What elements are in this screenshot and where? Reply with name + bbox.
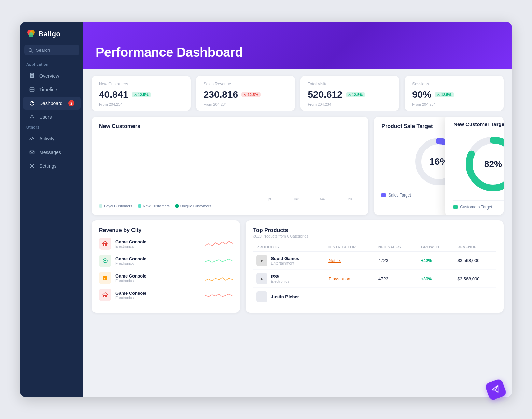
stat-sub-1: From 204.234	[204, 102, 288, 106]
stat-sub-2: From 204.234	[308, 102, 392, 106]
pie-icon	[29, 100, 35, 106]
product-sub-0: Entertainment	[271, 261, 299, 265]
svg-rect-7	[30, 76, 32, 78]
sidebar-item-overview[interactable]: Overview	[23, 69, 81, 82]
stat-card-total-visitor: Total Visitor 520.612 12.5% From 204.234	[300, 76, 400, 111]
products-title: Top Products	[253, 227, 496, 233]
fab-button[interactable]	[485, 378, 507, 397]
svg-point-2	[29, 32, 33, 37]
revenue-item-sub-2: Electronics	[115, 279, 201, 283]
revenue-1: $3,568,000	[454, 270, 496, 288]
page-title: Performance Dashboard	[96, 45, 500, 60]
activity-icon	[29, 136, 35, 142]
revenue-item-name-0: Game Console	[115, 239, 201, 244]
sidebar-item-messages-label: Messages	[39, 150, 61, 155]
popup-legend-dot	[453, 205, 458, 209]
sidebar-item-overview-label: Overview	[39, 73, 59, 79]
svg-line-4	[32, 51, 33, 52]
col-products: PRODUCTS	[253, 243, 325, 252]
sidebar-item-activity[interactable]: Activity	[23, 132, 81, 145]
stat-label-1: Sales Revenue	[204, 82, 288, 86]
distributor-1[interactable]: Playstation	[328, 276, 350, 281]
user-icon	[29, 114, 35, 120]
popup-donut-value: 82%	[484, 159, 502, 170]
bottom-row: Revenue by City Game Console Electronics	[83, 215, 512, 320]
sidebar-item-timeline[interactable]: Timeline	[23, 83, 81, 96]
svg-point-16	[31, 165, 33, 167]
stat-value-3: 90%	[412, 89, 431, 100]
sidebar-item-settings[interactable]: Settings	[23, 160, 81, 173]
sidebar-item-users-label: Users	[39, 114, 52, 120]
revenue-icon-2: $	[99, 272, 111, 284]
logo: Baligo	[20, 22, 83, 45]
sparkline-2	[205, 273, 233, 283]
stat-value-1: 230.816	[204, 89, 238, 100]
table-row-0: ▶ Squid Games Entertainment Netflix 4723	[253, 252, 496, 270]
col-growth: GROWTH	[418, 243, 454, 252]
month-label-pt: pt	[258, 197, 282, 201]
sidebar-item-settings-label: Settings	[39, 163, 57, 169]
product-legend-dot	[381, 193, 386, 197]
settings-icon	[29, 163, 35, 169]
product-thumb-1: ▶	[256, 273, 267, 284]
svg-rect-5	[30, 73, 32, 76]
revenue-icon-1	[99, 255, 111, 267]
stat-card-sessions: Sessions 90% 12.5% From 204.234	[405, 76, 504, 111]
revenue-item-name-1: Game Console	[115, 256, 201, 261]
popup-legend: Customers Target 82%	[453, 200, 504, 210]
sidebar-item-dashboard[interactable]: Dashboard 2	[23, 97, 81, 110]
revenue-item-sub-1: Electronics	[115, 261, 201, 266]
distributor-0[interactable]: Netflix	[328, 258, 341, 263]
revenue-icon-3	[99, 289, 111, 301]
product-name-0: Squid Games	[271, 256, 299, 261]
svg-rect-6	[32, 73, 34, 76]
stat-badge-3: 12.5%	[435, 92, 454, 97]
search-icon	[28, 48, 33, 53]
month-label-oct: Oct	[284, 197, 308, 201]
stat-value-2: 520.612	[308, 89, 342, 100]
product-name-2: Justin Bieber	[271, 294, 299, 299]
revenue-item-2: $ Game Console Electronics	[99, 272, 233, 284]
new-customer-target-popup: New Customer Target 82% Customers T	[445, 117, 504, 215]
bar-legend: Loyal Customers New Customers Unique Cus…	[99, 204, 361, 208]
revenue-title: Revenue by City	[99, 227, 233, 233]
products-subtitle: 3029 Products from 6 Categories	[253, 234, 496, 238]
month-label-nov: Nov	[311, 197, 335, 201]
main-content: Performance Dashboard New Customers 40.8…	[83, 22, 512, 397]
net-sales-1: 4723	[375, 270, 418, 288]
stat-value-0: 40.841	[99, 89, 128, 100]
stat-badge-1: 12.5%	[241, 92, 261, 97]
search-label: Search	[36, 48, 50, 53]
sparkline-3	[205, 290, 233, 300]
revenue-icon-0	[99, 238, 111, 250]
bar-chart	[99, 134, 361, 196]
revenue-item-0: Game Console Electronics	[99, 238, 233, 250]
legend-unique: Unique Customers	[175, 204, 211, 208]
section-others-label: Others	[20, 124, 83, 132]
search-input[interactable]: Search	[24, 45, 79, 55]
mail-icon	[29, 149, 35, 156]
calendar-icon	[29, 86, 35, 93]
logo-text: Baligo	[39, 30, 60, 38]
col-net-sales: NET SALES	[375, 243, 418, 252]
legend-unique-label: Unique Customers	[180, 204, 211, 208]
sidebar-item-dashboard-label: Dashboard	[39, 100, 63, 106]
revenue-item-name-2: Game Console	[115, 273, 201, 279]
products-table: PRODUCTS DISTRIBUTOR NET SALES GROWTH RE…	[253, 243, 496, 306]
revenue-0: $3,568,000	[454, 252, 496, 270]
growth-1: +39%	[421, 276, 432, 281]
legend-new-label: New Customers	[143, 204, 170, 208]
new-customers-chart: New Customers	[92, 117, 368, 215]
sparkline-1	[205, 256, 233, 266]
product-legend-label: Sales Target	[388, 193, 411, 198]
sidebar-item-messages[interactable]: Messages	[23, 146, 81, 159]
svg-rect-9	[30, 88, 34, 92]
stat-label-0: New Customers	[99, 82, 183, 86]
sidebar-item-users[interactable]: Users	[23, 110, 81, 123]
product-thumb-0: ▶	[256, 255, 267, 266]
stat-label-3: Sessions	[412, 82, 496, 86]
svg-rect-8	[32, 76, 34, 78]
revenue-item-sub-0: Electronics	[115, 244, 201, 248]
svg-point-24	[104, 260, 106, 261]
legend-loyal-label: Loyal Customers	[104, 204, 132, 208]
